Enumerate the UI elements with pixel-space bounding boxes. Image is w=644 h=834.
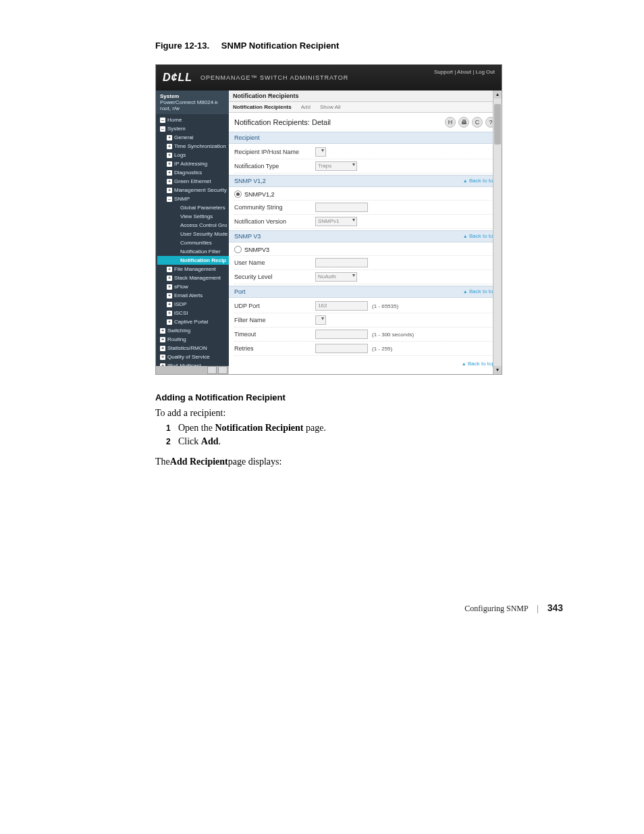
- udp-port-input[interactable]: 162: [315, 301, 368, 311]
- row-recipient-ip: Recipient IP/Host Name: [234, 145, 496, 159]
- scroll-up-icon[interactable]: ▴: [493, 90, 502, 99]
- section-recipient: Recipient: [229, 132, 502, 144]
- tree-item[interactable]: +sFlow: [157, 282, 229, 291]
- back-to-top-link[interactable]: ▲ Back to top: [463, 178, 496, 184]
- scroll-right-icon[interactable]: ▸: [218, 366, 227, 374]
- print-icon[interactable]: 🖶: [458, 117, 469, 128]
- save-icon[interactable]: H: [445, 117, 456, 128]
- filter-name-select[interactable]: [315, 315, 326, 325]
- tree-item[interactable]: +General: [157, 133, 229, 142]
- tree-item[interactable]: Communities: [157, 238, 229, 247]
- tree-item[interactable]: +Quality of Service: [157, 353, 229, 361]
- user-name-input[interactable]: [315, 258, 368, 267]
- system-box: System PowerConnect M8024-k root, r/w: [156, 90, 229, 114]
- tree-item[interactable]: +Diagnostics: [157, 168, 229, 177]
- app-title: OPENMANAGE™ SWITCH ADMINISTRATOR: [200, 74, 348, 81]
- row-security-level: Security Level: [234, 270, 496, 284]
- panel-header: Notification Recipients: Detail H 🖶 C ?: [229, 113, 502, 132]
- system-user: root, r/w: [160, 105, 225, 111]
- intro-text: To add a recipient:: [155, 408, 563, 419]
- row-udp-port: UDP Port 162 (1 - 65535): [234, 299, 496, 313]
- sidebar: System PowerConnect M8024-k root, r/w –H…: [156, 90, 229, 374]
- tree-item[interactable]: User Security Mode: [157, 230, 229, 238]
- screenshot-window: D¢LL OPENMANAGE™ SWITCH ADMINISTRATOR Su…: [155, 64, 502, 375]
- row-retries: Retries (1 - 255): [234, 342, 496, 356]
- figure-title: SNMP Notification Recipient: [221, 41, 340, 51]
- main-panel: Notification Recipients Notification Rec…: [229, 90, 502, 374]
- tree-item[interactable]: +Green Ethernet: [157, 177, 229, 186]
- figure-caption: Figure 12-13. SNMP Notification Recipien…: [155, 41, 563, 51]
- tree-item-active[interactable]: Notification Recip: [157, 256, 229, 265]
- tree-item[interactable]: +Captive Portal: [157, 317, 229, 326]
- tree-item[interactable]: +Statistics/RMON: [157, 344, 229, 353]
- tree-item[interactable]: +Stack Management: [157, 273, 229, 282]
- footer-chapter: Configuring SNMP: [464, 604, 528, 613]
- dell-logo: D¢LL: [163, 72, 192, 84]
- tree-item[interactable]: Notification Filter: [157, 247, 229, 256]
- recipient-ip-select[interactable]: [315, 147, 326, 157]
- retries-input[interactable]: [315, 344, 368, 353]
- community-string-input[interactable]: [315, 203, 368, 212]
- heading-adding-recipient: Adding a Notification Recipient: [155, 392, 563, 402]
- tree-item[interactable]: +IP Addressing: [157, 159, 229, 168]
- tree-snmp[interactable]: –SNMP: [157, 194, 229, 203]
- tab-row: Notification Recipients Add Show All: [229, 102, 502, 113]
- section-snmp12: SNMP V1,2 ▲ Back to top: [229, 175, 502, 187]
- back-to-top-link[interactable]: ▲ Back to top: [462, 361, 495, 367]
- tree-item[interactable]: View Settings: [157, 212, 229, 221]
- row-filter-name: Filter Name: [234, 313, 496, 328]
- security-level-select[interactable]: [315, 272, 357, 282]
- panel-title: Notification Recipients: Detail: [234, 118, 331, 126]
- header-links[interactable]: Support | About | Log Out: [434, 69, 495, 75]
- section-port: Port ▲ Back to top: [229, 286, 502, 298]
- tree-item[interactable]: +Logs: [157, 151, 229, 159]
- tree-item[interactable]: +Switching: [157, 326, 229, 335]
- footer-page-number: 343: [547, 602, 563, 613]
- step-2: 2 Click Add.: [166, 436, 563, 447]
- step-1: 1 Open the Notification Recipient page.: [166, 423, 563, 434]
- breadcrumb: Notification Recipients: [229, 90, 502, 102]
- back-to-top-link[interactable]: ▲ Back to top: [463, 233, 496, 240]
- tree-system[interactable]: –System: [157, 124, 229, 133]
- system-label: System: [160, 93, 225, 99]
- row-snmp3-radio: SNMPV3: [234, 244, 496, 256]
- tab-show-all[interactable]: Show All: [320, 104, 341, 110]
- scroll-down-icon[interactable]: ▾: [493, 366, 502, 374]
- row-user-name: User Name: [234, 256, 496, 270]
- refresh-icon[interactable]: C: [472, 117, 483, 128]
- vertical-scrollbar[interactable]: ▴ ▾: [493, 90, 502, 374]
- tree-item[interactable]: +Email Alerts: [157, 291, 229, 300]
- tab-detail[interactable]: Notification Recipients: [233, 104, 292, 110]
- tab-add[interactable]: Add: [301, 104, 311, 110]
- system-device: PowerConnect M8024-k: [160, 99, 225, 105]
- tree-item[interactable]: +Management Security: [157, 186, 229, 194]
- tree-item[interactable]: +Routing: [157, 335, 229, 344]
- app-header: D¢LL OPENMANAGE™ SWITCH ADMINISTRATOR Su…: [156, 65, 502, 90]
- tree-item[interactable]: +iSCSI: [157, 309, 229, 317]
- row-notification-version: Notification Version: [234, 215, 496, 229]
- timeout-input[interactable]: [315, 330, 368, 339]
- notification-type-select[interactable]: [315, 161, 357, 171]
- row-community-string: Community String: [234, 201, 496, 215]
- row-timeout: Timeout (1 - 300 seconds): [234, 328, 496, 342]
- notification-version-select[interactable]: [315, 217, 357, 226]
- section-snmp3: SNMP V3 ▲ Back to top: [229, 230, 502, 242]
- page-footer: Configuring SNMP | 343: [155, 602, 563, 614]
- snmp12-radio[interactable]: [234, 190, 242, 198]
- sidebar-scrollbar[interactable]: ◂ ▸: [156, 366, 229, 374]
- nav-tree: –Home –System +General +Time Synchroniza…: [156, 114, 229, 374]
- row-snmp12-radio: SNMPV1,2: [234, 188, 496, 201]
- row-notification-type: Notification Type: [234, 159, 496, 174]
- tree-item[interactable]: +ISDP: [157, 300, 229, 309]
- tree-home[interactable]: –Home: [157, 115, 229, 124]
- tree-item[interactable]: +File Management: [157, 265, 229, 273]
- scroll-thumb[interactable]: [494, 104, 501, 145]
- tree-item[interactable]: +Time Synchronization: [157, 142, 229, 151]
- step-2-sub: The Add Recipient page displays:: [155, 457, 563, 467]
- tree-item[interactable]: Global Parameters: [157, 203, 229, 212]
- scroll-left-icon[interactable]: ◂: [207, 366, 217, 374]
- figure-number: Figure 12-13.: [155, 41, 209, 51]
- back-to-top-link[interactable]: ▲ Back to top: [463, 288, 496, 295]
- snmp3-radio[interactable]: [234, 246, 242, 253]
- tree-item[interactable]: Access Control Gro: [157, 221, 229, 230]
